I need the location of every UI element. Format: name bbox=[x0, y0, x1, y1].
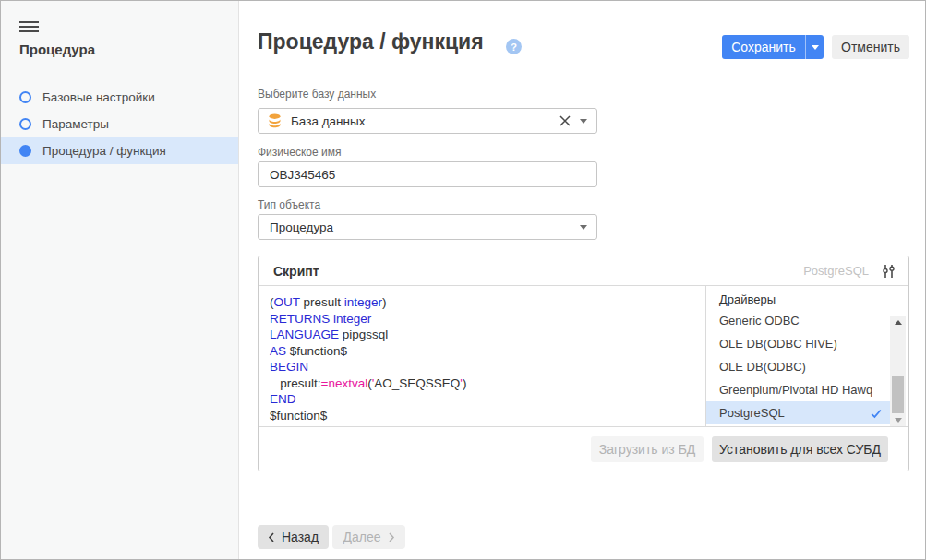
driver-item[interactable]: OLE DB(ODBC) bbox=[706, 355, 890, 378]
code-line: $function$ bbox=[270, 408, 696, 424]
sidebar-title: Процедура bbox=[19, 42, 95, 57]
driver-item[interactable]: Greenplum/Pivotal HD Hawq bbox=[706, 378, 890, 401]
sidebar: Процедура Базовые настройкиПараметрыПроц… bbox=[1, 1, 239, 559]
driver-label: Generic ODBC bbox=[719, 314, 800, 328]
driver-label: Greenplum/Pivotal HD Hawq bbox=[719, 383, 872, 397]
code-line: presult:=nextval('AO_SEQSSEQ') bbox=[270, 375, 696, 392]
scrollbar-thumb[interactable] bbox=[892, 376, 904, 413]
scroll-up-icon[interactable] bbox=[890, 316, 906, 328]
script-panel-body: (OUT presult integer)RETURNS integerLANG… bbox=[259, 286, 908, 426]
driver-label: OLE DB(ODBC) bbox=[719, 360, 806, 374]
database-field-label: Выберите базу данных bbox=[258, 88, 376, 101]
chevron-left-icon bbox=[268, 532, 275, 542]
physical-name-input[interactable] bbox=[258, 161, 597, 187]
radio-icon bbox=[19, 145, 31, 157]
database-icon bbox=[268, 113, 282, 128]
chevron-down-icon[interactable] bbox=[580, 119, 587, 124]
code-line: LANGUAGE pipgssql bbox=[270, 327, 696, 343]
object-type-label: Тип объекта bbox=[258, 198, 320, 211]
object-type-value: Процедура bbox=[270, 220, 580, 234]
code-editor[interactable]: (OUT presult integer)RETURNS integerLANG… bbox=[259, 286, 705, 426]
sidebar-item-label: Базовые настройки bbox=[42, 90, 155, 104]
page-title: Процедура / функция bbox=[258, 30, 484, 54]
script-panel-header: Скрипт PostgreSQL bbox=[259, 256, 908, 286]
sidebar-item[interactable]: Базовые настройки bbox=[1, 84, 238, 111]
dialect-label: PostgreSQL bbox=[803, 264, 869, 278]
next-button[interactable]: Далее bbox=[332, 525, 405, 549]
sidebar-item[interactable]: Процедура / функция bbox=[1, 137, 238, 164]
next-button-label: Далее bbox=[343, 530, 380, 544]
back-button[interactable]: Назад bbox=[258, 525, 329, 549]
chevron-down-icon bbox=[812, 45, 819, 50]
app-window: Процедура Базовые настройкиПараметрыПроц… bbox=[0, 0, 926, 560]
script-panel-title: Скрипт bbox=[273, 264, 803, 279]
check-icon bbox=[870, 407, 883, 420]
save-button[interactable]: Сохранить bbox=[722, 35, 805, 59]
physical-name-label: Физическое имя bbox=[258, 146, 341, 159]
script-panel: Скрипт PostgreSQL (OUT presult integer)R… bbox=[258, 256, 909, 471]
drivers-header: Драйверы bbox=[706, 286, 908, 309]
drivers-scrollbar[interactable] bbox=[890, 316, 906, 426]
driver-label: PostgreSQL bbox=[719, 406, 785, 420]
chevron-down-icon[interactable] bbox=[580, 225, 587, 230]
cancel-button[interactable]: Отменить bbox=[832, 35, 909, 59]
radio-icon bbox=[19, 91, 31, 103]
database-select-value: База данных bbox=[291, 114, 559, 128]
driver-label: OLE DB(ODBC HIVE) bbox=[719, 337, 837, 351]
database-select[interactable]: База данных bbox=[258, 108, 597, 134]
scroll-down-icon[interactable] bbox=[890, 413, 906, 426]
save-dropdown-button[interactable] bbox=[805, 35, 824, 59]
back-button-label: Назад bbox=[282, 530, 319, 544]
script-panel-footer: Загрузить из БД Установить для всех СУБД bbox=[259, 426, 908, 471]
radio-icon bbox=[19, 118, 31, 130]
load-from-db-button[interactable]: Загрузить из БД bbox=[591, 436, 704, 462]
sidebar-item[interactable]: Параметры bbox=[1, 111, 238, 137]
driver-item[interactable]: OLE DB(ODBC HIVE) bbox=[706, 332, 890, 355]
driver-item[interactable]: PostgreSQL bbox=[706, 401, 890, 424]
drivers-panel: Драйверы Generic ODBCOLE DB(ODBC HIVE)OL… bbox=[705, 286, 908, 426]
code-line: RETURNS integer bbox=[270, 311, 696, 328]
chevron-right-icon bbox=[388, 532, 395, 542]
sidebar-item-label: Процедура / функция bbox=[42, 144, 166, 158]
code-line: (OUT presult integer) bbox=[270, 294, 696, 311]
clear-icon[interactable] bbox=[559, 115, 571, 126]
code-line: END bbox=[270, 391, 696, 408]
code-line: AS $function$ bbox=[270, 343, 696, 360]
code-line: BEGIN bbox=[270, 359, 696, 375]
driver-item[interactable]: Generic ODBC bbox=[706, 309, 890, 332]
help-icon[interactable]: ? bbox=[506, 39, 522, 54]
sidebar-item-label: Параметры bbox=[42, 117, 109, 131]
set-for-all-dbms-button[interactable]: Установить для всех СУБД bbox=[712, 436, 888, 462]
hamburger-menu-icon[interactable] bbox=[19, 21, 39, 34]
sliders-icon[interactable] bbox=[882, 264, 896, 279]
object-type-select[interactable]: Процедура bbox=[258, 214, 597, 240]
drivers-list: Generic ODBCOLE DB(ODBC HIVE)OLE DB(ODBC… bbox=[706, 309, 908, 424]
sidebar-nav: Базовые настройкиПараметрыПроцедура / фу… bbox=[1, 84, 238, 164]
